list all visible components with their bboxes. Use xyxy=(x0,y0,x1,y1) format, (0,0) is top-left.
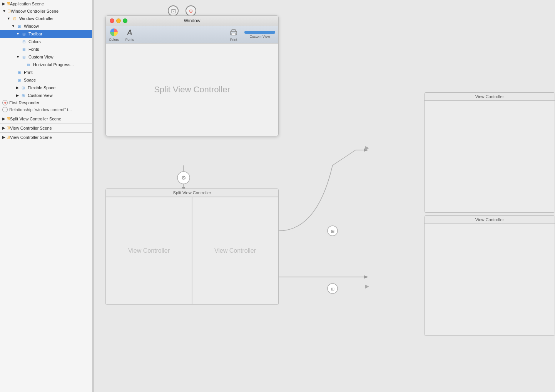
toolbar-fonts-label: Fonts xyxy=(125,38,134,42)
sidebar-item-label: Relationship "window content" t... xyxy=(9,107,72,112)
svg-rect-15 xyxy=(232,33,236,35)
relationship-icon xyxy=(2,107,8,112)
toolbar-colors-label: Colors xyxy=(109,38,119,42)
sidebar-divider-3 xyxy=(0,132,92,133)
svg-point-8 xyxy=(328,284,338,294)
sidebar-item-custom-view-2[interactable]: ▶ ⊞ Custom View xyxy=(0,92,92,99)
close-button[interactable] xyxy=(110,18,114,23)
arrow-icon: ▶ xyxy=(16,93,19,97)
svg-text:⊞: ⊞ xyxy=(331,287,334,291)
color-wheel-icon xyxy=(109,28,119,37)
minimize-button[interactable] xyxy=(116,18,121,23)
toolbar: Colors A Fonts xyxy=(106,26,278,43)
scene-icon: ⊞ xyxy=(7,1,10,6)
toolbar-colors-item[interactable]: Colors xyxy=(109,28,119,42)
colors-icon: ⊞ xyxy=(21,38,27,45)
sidebar-item-toolbar[interactable]: ▼ ⊟ Toolbar xyxy=(0,30,92,38)
custom-view-2-icon: ⊞ xyxy=(20,92,26,98)
sidebar-item-window[interactable]: ▼ ⊞ Window xyxy=(0,22,92,30)
vc-top-header: View Controller xyxy=(425,93,555,101)
arrow-icon: ▼ xyxy=(7,17,10,20)
arrow-icon: ▼ xyxy=(16,55,20,59)
first-responder-icon: ★ xyxy=(2,100,8,105)
sidebar-item-custom-view[interactable]: ▼ ⊞ Custom View xyxy=(0,53,92,61)
vc-bottom-content xyxy=(425,224,555,335)
window-icon: ⊞ xyxy=(16,23,22,29)
split-content: View Controller View Controller xyxy=(106,197,278,305)
sidebar-item-vc-scene-1[interactable]: ▶ ⊞ View Controller Scene xyxy=(0,124,92,132)
sidebar-divider xyxy=(0,114,92,114)
vc-scene-2-icon: ⊞ xyxy=(7,135,10,140)
vc-scene-1-icon: ⊞ xyxy=(7,125,10,130)
person-icon: ☺ xyxy=(186,5,196,16)
arrow-icon: ▼ xyxy=(2,9,6,13)
split-scene-icon: ⊞ xyxy=(7,116,10,121)
print-toolbar-icon xyxy=(229,28,238,37)
sidebar-item-label: Window xyxy=(24,24,39,28)
svg-rect-14 xyxy=(232,30,236,32)
toolbar-fonts-item[interactable]: A Fonts xyxy=(125,28,134,42)
toolbar-print-item[interactable]: Print xyxy=(229,28,238,42)
traffic-lights xyxy=(110,18,127,23)
sidebar-item-window-controller-scene[interactable]: ▼ ⊞ Window Controller Scene xyxy=(0,7,92,15)
fonts-a-icon: A xyxy=(125,28,134,37)
split-box-inner: Split View Controller View Controller Vi… xyxy=(105,188,279,305)
window-titlebar: Window xyxy=(106,16,278,26)
sidebar-item-print[interactable]: ⊞ Print xyxy=(0,68,92,76)
toolbar-print-label: Print xyxy=(230,38,237,42)
progress-bar-icon xyxy=(244,31,275,34)
sidebar-item-horizontal-progress[interactable]: ▤ Horizontal Progress... xyxy=(0,61,92,68)
print-icon: ⊞ xyxy=(16,69,22,75)
sidebar-item-label: Application Scene xyxy=(10,2,44,6)
space-icon: ⊞ xyxy=(16,77,22,83)
split-panel-left: View Controller xyxy=(106,197,192,305)
svg-marker-10 xyxy=(365,146,369,150)
arrow-icon: ▼ xyxy=(16,32,20,36)
split-view-placeholder: Split View Controller xyxy=(154,85,230,95)
window-controller-icon: ⊡ xyxy=(12,15,18,22)
window-outer: Window Colors xyxy=(105,15,279,136)
split-panel-right: View Controller xyxy=(192,197,278,305)
toolbar-custom-view-item[interactable]: Custom View xyxy=(244,31,275,38)
vc-top-inner: View Controller xyxy=(424,92,555,213)
sidebar-item-window-controller[interactable]: ▼ ⊡ Window Controller xyxy=(0,15,92,22)
zoom-button[interactable] xyxy=(123,18,127,23)
vc-bottom-header: View Controller xyxy=(425,216,555,224)
scene-icon: ⊞ xyxy=(7,8,11,13)
vc-bottom-inner: View Controller xyxy=(424,215,555,336)
svg-text:⊞: ⊞ xyxy=(331,229,334,234)
toolbar-icon: ⊟ xyxy=(21,31,27,37)
split-view-header: Split View Controller xyxy=(106,189,278,197)
sidebar-item-application-scene[interactable]: ▶ ⊞ Application Scene xyxy=(0,0,92,7)
sidebar-item-label: Print xyxy=(24,70,33,75)
sidebar-item-label: Split View Controller Scene xyxy=(10,117,61,121)
sidebar-item-label: Custom View xyxy=(28,93,53,98)
sidebar: ▶ ⊞ Application Scene ▼ ⊞ Window Control… xyxy=(0,0,92,392)
top-scene-icons: ⊡ ☺ xyxy=(168,5,196,16)
sidebar-item-colors[interactable]: ⊞ Colors xyxy=(0,38,92,45)
toolbar-custom-view-label: Custom View xyxy=(250,35,270,38)
sidebar-item-split-view-scene[interactable]: ▶ ⊞ Split View Controller Scene xyxy=(0,115,92,122)
vc-top-content xyxy=(425,101,555,212)
arrow-icon: ▶ xyxy=(2,117,5,121)
split-view-controller-box: Split View Controller View Controller Vi… xyxy=(105,188,279,305)
arrow-icon: ▶ xyxy=(2,2,5,6)
sidebar-item-label: First Responder xyxy=(9,100,39,105)
arrow-icon: ▶ xyxy=(16,86,19,90)
sidebar-item-flexible-space[interactable]: ▶ ⊞ Flexible Space xyxy=(0,84,92,92)
sidebar-item-space[interactable]: ⊞ Space xyxy=(0,76,92,84)
split-panel-right-label: View Controller xyxy=(214,247,256,254)
sidebar-item-label: Window Controller xyxy=(19,16,54,21)
sidebar-item-relationship[interactable]: Relationship "window content" t... xyxy=(0,106,92,113)
flexible-space-icon: ⊞ xyxy=(20,85,26,91)
sidebar-item-fonts[interactable]: ⊞ Fonts xyxy=(0,45,92,53)
view-controller-bottom-box: View Controller xyxy=(424,215,555,336)
window-content: Split View Controller xyxy=(106,43,278,136)
svg-point-4 xyxy=(177,172,190,184)
fonts-icon: ⊞ xyxy=(21,46,27,52)
progress-icon: ▤ xyxy=(25,62,32,68)
sidebar-item-label: Custom View xyxy=(28,55,53,59)
sidebar-item-first-responder[interactable]: ★ First Responder xyxy=(0,99,92,106)
sidebar-item-label: Fonts xyxy=(28,47,39,52)
sidebar-item-vc-scene-2[interactable]: ▶ ⊞ View Controller Scene xyxy=(0,133,92,141)
